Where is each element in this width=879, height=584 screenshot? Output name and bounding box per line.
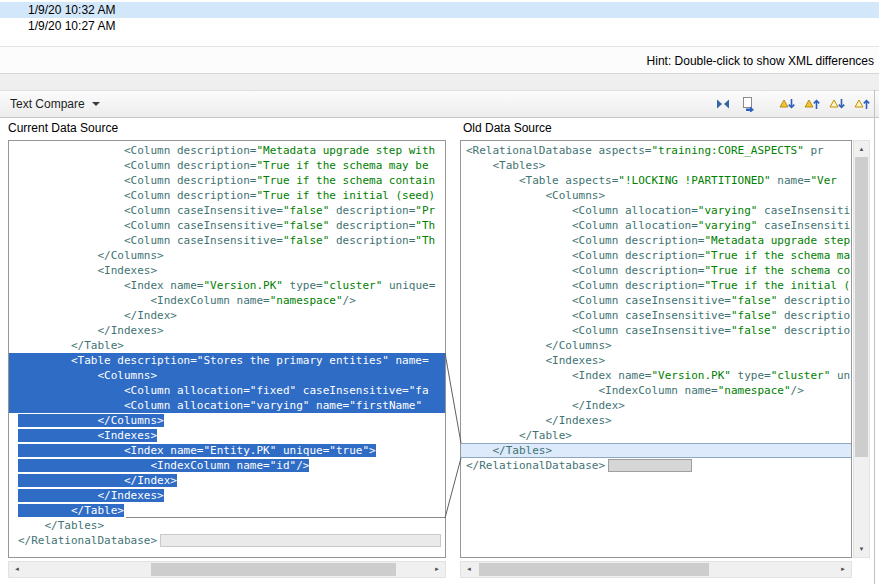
next-diff-icon <box>779 96 795 112</box>
code-line[interactable]: <Column caseInsensitive="false" descript… <box>461 323 851 338</box>
code-line[interactable]: <Tables> <box>461 158 851 173</box>
code-line[interactable]: <Index name="Entity.PK" unique="true"> <box>9 443 445 458</box>
code-line[interactable]: </Tables> <box>9 518 445 533</box>
code-line[interactable]: </Index> <box>461 398 851 413</box>
swap-icon <box>715 96 731 112</box>
copy-all-left-to-right-button[interactable] <box>737 94 759 114</box>
code-line[interactable]: <Indexes> <box>9 428 445 443</box>
code-line[interactable]: <RelationalDatabase aspects="training:CO… <box>461 143 851 158</box>
code-line[interactable]: </Columns> <box>461 338 851 353</box>
code-line[interactable]: <Table description="Stores the primary e… <box>9 353 445 368</box>
pane-title-row: Current Data Source Old Data Source <box>0 118 879 140</box>
code-line[interactable]: <Index name="Version.PK" type="cluster" … <box>9 278 445 293</box>
chevron-down-icon <box>92 102 100 106</box>
right-vertical-scrollbar[interactable]: ▲ ▼ <box>853 140 870 558</box>
compare-toolbar-buttons <box>712 94 873 114</box>
horizontal-scrollbar-thumb[interactable] <box>151 563 396 576</box>
code-line[interactable]: </Columns> <box>9 413 445 428</box>
code-line[interactable]: <Column description="True if the schema … <box>461 263 851 278</box>
code-line[interactable]: <IndexColumn name="namespace"/> <box>461 383 851 398</box>
code-line[interactable]: <Table aspects="!LOCKING !PARTITIONED" n… <box>461 173 851 188</box>
splitter-sash[interactable] <box>0 73 879 90</box>
hint-text: Hint: Double-click to show XML differenc… <box>647 54 874 68</box>
code-line[interactable]: <Column caseInsensitive="false" descript… <box>461 293 851 308</box>
right-pane-title: Old Data Source <box>463 121 552 135</box>
next-difference-button[interactable] <box>776 94 798 114</box>
left-horizontal-scrollbar[interactable]: ◄ ► <box>8 561 446 578</box>
scroll-right-icon[interactable]: ► <box>835 562 851 577</box>
code-line[interactable]: <Index name="Version.PK" type="cluster" … <box>461 368 851 383</box>
code-line[interactable]: <IndexColumn name="namespace"/> <box>9 293 445 308</box>
history-rows: 1/9/20 10:32 AM1/9/20 10:27 AM <box>0 0 879 34</box>
code-line[interactable]: <Column caseInsensitive="false" descript… <box>9 218 445 233</box>
code-line[interactable]: </Table> <box>461 428 851 443</box>
code-line[interactable]: <Column allocation="varying" name="first… <box>9 398 445 413</box>
code-line[interactable]: </Index> <box>9 308 445 323</box>
horizontal-scrollbar-thumb[interactable] <box>479 563 709 576</box>
code-line[interactable]: <Column caseInsensitive="false" descript… <box>461 308 851 323</box>
next-change-button[interactable] <box>826 94 848 114</box>
prev-diff-icon <box>804 96 820 112</box>
previous-difference-button[interactable] <box>801 94 823 114</box>
empty-range-marker <box>608 459 692 472</box>
code-line[interactable]: </Index> <box>9 473 445 488</box>
code-line[interactable]: <Column description="True if the schema … <box>461 248 851 263</box>
history-list: 1/9/20 10:32 AM1/9/20 10:27 AM <box>0 0 879 46</box>
copy-icon <box>740 96 756 112</box>
compare-mode-label: Text Compare <box>10 97 85 111</box>
scroll-up-icon[interactable]: ▲ <box>854 141 869 157</box>
code-line[interactable]: </Tables> <box>461 443 851 458</box>
code-line[interactable]: <Column caseInsensitive="false" descript… <box>9 233 445 248</box>
scroll-left-icon[interactable]: ◄ <box>461 562 477 577</box>
scroll-down-icon[interactable]: ▼ <box>854 541 869 557</box>
scroll-right-icon[interactable]: ► <box>429 562 445 577</box>
code-line[interactable]: <Column description="True if the initial… <box>9 188 445 203</box>
switch-left-right-view-button[interactable] <box>712 94 734 114</box>
code-line[interactable]: <Column description="Metadata upgrade st… <box>461 233 851 248</box>
code-line[interactable]: <IndexColumn name="id"/> <box>9 458 445 473</box>
code-line[interactable]: <Columns> <box>461 188 851 203</box>
code-line[interactable]: <Column description="True if the schema … <box>9 173 445 188</box>
window-right-edge <box>874 90 875 584</box>
compare-editor-window: 1/9/20 10:32 AM1/9/20 10:27 AM Hint: Dou… <box>0 0 879 584</box>
code-line[interactable]: <Column allocation="varying" caseInsensi… <box>461 218 851 233</box>
vertical-scrollbar-thumb[interactable] <box>855 157 868 457</box>
code-line[interactable]: <Column allocation="varying" caseInsensi… <box>461 203 851 218</box>
history-row[interactable]: 1/9/20 10:27 AM <box>0 18 879 34</box>
previous-change-button[interactable] <box>851 94 873 114</box>
next-change-icon <box>829 96 845 112</box>
prev-change-icon <box>854 96 870 112</box>
code-line[interactable]: </Indexes> <box>9 488 445 503</box>
code-line[interactable]: <Column description="True if the initial… <box>461 278 851 293</box>
scroll-left-icon[interactable]: ◄ <box>9 562 25 577</box>
right-code-pane[interactable]: <RelationalDatabase aspects="training:CO… <box>460 140 852 558</box>
left-code-pane[interactable]: <Column description="Metadata upgrade st… <box>8 140 446 558</box>
code-line[interactable]: </RelationalDatabase> <box>9 533 445 548</box>
code-line[interactable]: </Columns> <box>9 248 445 263</box>
left-pane-title: Current Data Source <box>8 121 118 135</box>
compare-toolbar: Text Compare <box>0 90 879 118</box>
code-line[interactable]: <Column description="Metadata upgrade st… <box>9 143 445 158</box>
code-line[interactable]: <Column description="True if the schema … <box>9 158 445 173</box>
history-row[interactable]: 1/9/20 10:32 AM <box>0 2 879 18</box>
code-line[interactable]: <Columns> <box>9 368 445 383</box>
code-line[interactable]: </Indexes> <box>9 323 445 338</box>
code-line[interactable]: </Table> <box>9 503 445 518</box>
code-line[interactable]: </RelationalDatabase> <box>461 458 851 473</box>
code-line[interactable]: <Column allocation="fixed" caseInsensiti… <box>9 383 445 398</box>
code-line[interactable]: </Table> <box>9 338 445 353</box>
compare-mode-dropdown[interactable]: Text Compare <box>10 97 100 111</box>
right-horizontal-scrollbar[interactable]: ◄ ► <box>460 561 852 578</box>
code-line[interactable]: <Indexes> <box>9 263 445 278</box>
hint-bar: Hint: Double-click to show XML differenc… <box>0 46 879 73</box>
code-line[interactable]: </Indexes> <box>461 413 851 428</box>
empty-range-marker <box>160 534 441 547</box>
compare-body: <Column description="Metadata upgrade st… <box>0 140 879 560</box>
code-line[interactable]: <Column caseInsensitive="false" descript… <box>9 203 445 218</box>
code-line[interactable]: <Indexes> <box>461 353 851 368</box>
